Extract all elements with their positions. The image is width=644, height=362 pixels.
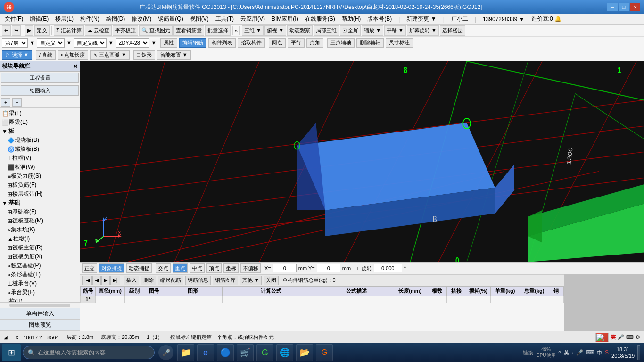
show-desktop-button[interactable] [637,345,640,360]
grade-cell[interactable] [125,296,144,303]
shape-num-cell[interactable] [144,296,164,303]
local-3d-button[interactable]: 局部三维 [314,25,339,36]
redo-button[interactable]: ↪ [12,25,21,36]
orthogonal-button[interactable]: 正交 [82,263,97,273]
delete-aux-button[interactable]: 删除辅轴 [356,38,384,48]
menu-edit[interactable]: 编辑(E) [27,14,51,24]
tray-caret[interactable]: ^ [559,350,561,355]
menu-file[interactable]: 文件(F) [2,14,26,24]
sidebar-item-raft-neg[interactable]: ⊞ 筏板负筋(X) [7,252,79,261]
cloud-check-button[interactable]: ☁ 云检查 [85,25,112,36]
select-button[interactable]: ▷ 选择 ▼ [2,50,32,60]
component-list-button[interactable]: 构件列表 [208,38,236,48]
define-button[interactable]: 定义 [34,25,50,36]
sidebar-item-raft-main[interactable]: ⊞ 筏板主筋(R) [7,243,79,252]
parallel-button[interactable]: 平行 [288,38,305,48]
dynamic-snap-button[interactable]: 动态捕捉 [126,263,152,273]
x-input[interactable] [273,264,297,272]
taskbar-app-ie[interactable]: 🔵 [217,344,234,361]
coordinate-button[interactable]: 坐标 [223,263,239,273]
diameter-input[interactable] [98,296,123,302]
insert-button[interactable]: 插入 [124,276,139,285]
menu-brand[interactable]: 广小二 [448,14,471,24]
taskbar-app-file[interactable]: 📁 [177,344,194,361]
sidebar-item-neg-rebar[interactable]: ⊞ 板负筋(F) [7,181,79,189]
sidebar-item-slab-hole[interactable]: ⬛ 板洞(W) [7,163,79,172]
menu-rebar-qty[interactable]: 钢筋量(Q) [155,14,186,24]
pan-button[interactable]: 平移 ▼ [384,25,406,36]
zoom-button[interactable]: 缩放 ▼ [362,25,383,36]
sidebar-item-sump[interactable]: ≈ 集水坑(K) [7,225,79,234]
taskbar-app-edge[interactable]: e [197,344,214,361]
taskbar-app-folder[interactable]: 📂 [296,344,313,361]
atlas-preview-button[interactable]: 图集预览 [0,320,80,331]
other-button[interactable]: 其他 ▼ [240,276,262,285]
scale-rebar-button[interactable]: 缩尺配筋 [158,276,183,285]
start-button[interactable]: ⊞ [2,344,21,361]
rect-button[interactable]: □ 矩形 [133,50,155,60]
align-slab-button[interactable]: 平齐板顶 [113,25,138,36]
sidebar-item-cast-slab[interactable]: 🔷 现浇板(B) [7,136,79,145]
point-angle-button[interactable]: 点角 [306,38,323,48]
taskbar-app-g[interactable]: G [256,344,273,361]
smart-layout-button[interactable]: 智能布置 ▼ [157,50,191,60]
taskbar-search[interactable]: 🔍 在这里输入你要搜索的内容 [23,346,155,359]
vertex-button[interactable]: 顶点 [206,263,222,273]
point-length-button[interactable]: • 点加长度 [58,50,88,60]
tray-mic[interactable]: 🎤 [576,349,583,356]
undo-button[interactable]: ↩ [2,25,11,36]
menu-online[interactable]: 在线服务(S) [302,14,338,24]
3d-button[interactable]: 三维 ▼ [242,25,264,36]
three-point-aux-button[interactable]: 三点辅轴 [327,38,355,48]
sidebar-item-independent[interactable]: ≈ 独立基础(P) [7,261,79,270]
sidebar-item-column-pier[interactable]: ▲ 柱墩(I) [7,234,79,243]
menu-floor[interactable]: 楼层(L) [52,14,76,24]
sidebar-item-strip[interactable]: ≈ 条形基础(T) [7,270,79,279]
run-button[interactable]: ▶ [25,25,33,36]
top-view-button[interactable]: 俯视 ▼ [264,25,286,36]
last-button[interactable]: ▶| [110,276,120,285]
sidebar-group-slab[interactable]: ▼ 板 [1,127,79,136]
midpoint-button[interactable]: 中点 [190,263,205,273]
tray-cn[interactable]: 中 [597,349,602,356]
sidebar-item-cap-beam[interactable]: ≈ 承台梁(F) [7,288,79,297]
intersection-button[interactable]: 交点 [156,263,171,273]
batch-select-button[interactable]: 批量选择 [205,25,231,36]
pick-component-button[interactable]: 抬取构件 [238,38,265,48]
prev-button[interactable]: ◀ [92,276,101,285]
sidebar-group-foundation[interactable]: ▼ 基础 [1,198,79,207]
sidebar-item-raft[interactable]: ⊞ 筏板基础(M) [7,216,79,225]
property-button[interactable]: 属性 [160,38,177,48]
sidebar-remove-btn[interactable]: − [12,98,22,107]
y-input[interactable] [317,264,340,272]
viewport[interactable]: 8 7 C B 0 B 1 1200 [80,61,644,262]
taskbar-app-green[interactable]: 🌐 [276,344,293,361]
tray-ime[interactable]: 英 [564,349,569,356]
rotate-input[interactable] [374,264,402,272]
close-button[interactable]: ✕ [630,3,640,11]
object-snap-button[interactable]: 对象捕捉 [99,263,124,273]
menu-help[interactable]: 帮助(H) [339,14,364,24]
delete-button[interactable]: 删除 [141,276,156,285]
sidebar-add-btn[interactable]: + [1,98,10,107]
zdyx-select[interactable]: ZDYX-28 [116,38,149,48]
tray-s[interactable]: S [605,349,609,356]
menu-bim[interactable]: BIM应用(I) [269,14,301,24]
sidebar-item-beam[interactable]: 📋 梁(L) [1,109,79,118]
floor-select[interactable]: 第7层 [2,38,28,48]
line-button[interactable]: / 直线 [36,50,56,60]
sidebar-btn1[interactable]: 工程设置 [1,73,79,83]
sidebar-btn2[interactable]: 绘图输入 [1,85,79,96]
calc-button[interactable]: Σ 汇总计算 [54,25,84,36]
tray-ime2[interactable]: · [572,349,573,356]
screen-rotate-button[interactable]: 屏幕旋转 ▼ [407,25,439,36]
menu-draw[interactable]: 绘图(D) [103,14,128,24]
taskbar-app-g2[interactable]: G [316,344,333,361]
custom-select[interactable]: 自定义 [37,38,65,48]
sidebar-item-slab-rebar[interactable]: ≡ 板受力筋(S) [7,172,79,181]
sidebar-item-foundation-beam[interactable]: ⊞ 基础梁(F) [7,207,79,216]
maximize-button[interactable]: □ [619,3,629,11]
midweight-button[interactable]: 重点 [173,263,188,273]
menu-new-change[interactable]: 新建变更 ▼ [404,14,439,24]
dynamic-view-button[interactable]: 动态观察 [287,25,313,36]
